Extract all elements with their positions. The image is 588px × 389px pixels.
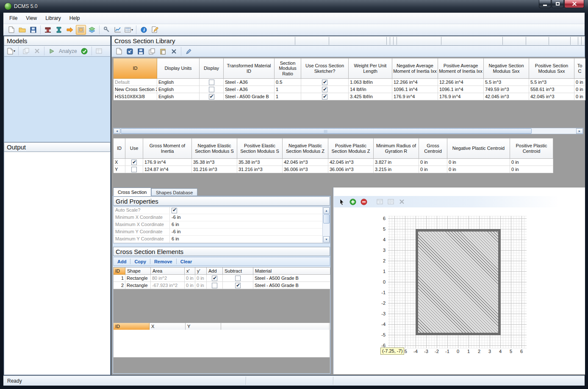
column-header-y[interactable]: Y [186, 323, 221, 330]
cell-torsional[interactable]: 0 in [574, 79, 585, 86]
cell-neg-inertia[interactable]: 176.9 in^4 [392, 93, 438, 100]
cell-weight[interactable]: 1.063 lbf/in [349, 79, 392, 86]
cell-neg-modulus[interactable]: 5.5 in^3 [484, 79, 529, 86]
column-header-pos-plastic-centroid[interactable]: Positive Plastic Centroid [510, 138, 553, 159]
analyze-button[interactable]: Analyze [59, 48, 77, 54]
cell-gross-inertia[interactable]: 124.87 in^4 [143, 166, 192, 173]
cell-neg-inertia[interactable]: 12.266 in^4 [392, 79, 438, 86]
cell-ratio[interactable]: 1 [275, 93, 301, 100]
scroll-right-button[interactable]: ► [576, 128, 583, 134]
tab-shapes-database[interactable]: Shapes Database [151, 188, 197, 196]
column-header-section-modulus-ratio[interactable]: Section Modulus Ratio [275, 58, 301, 79]
column-header-min-radius[interactable]: Minimum Radius of Gyration R [374, 138, 419, 159]
menu-library[interactable]: Library [41, 13, 65, 23]
property-row[interactable]: Maximum X Coordinate 6 in [114, 221, 330, 229]
column-header-pos-inertia[interactable]: Positive Average Moment of Inertia Ixx [438, 58, 484, 79]
column-header-gross-centroid[interactable]: Gross Centroid [419, 138, 447, 159]
cell-shape[interactable]: Rectangle [125, 282, 151, 289]
save-section-icon[interactable] [136, 47, 146, 56]
insert-column-icon[interactable] [374, 197, 385, 207]
cell-material[interactable]: Steel - A36 [224, 79, 275, 86]
cell-x[interactable]: 0 in [185, 275, 195, 282]
remove-point-icon[interactable] [359, 197, 369, 207]
cell-material[interactable]: Steel - A500 Grade B [224, 93, 275, 100]
cell-pos-plastic-centroid[interactable]: 0 in [510, 166, 553, 173]
cell-id[interactable]: X [114, 159, 125, 166]
cell-display[interactable] [200, 86, 224, 93]
column-header-y[interactable]: y' [195, 268, 207, 275]
report-edit-icon[interactable] [150, 25, 160, 35]
column-header-neg-inertia[interactable]: Negative Average Moment of Inertia Ixx [392, 58, 438, 79]
column-header-pos-modulus[interactable]: Positive Section Modulus Sxx [529, 58, 574, 79]
model-properties-icon[interactable] [94, 46, 104, 56]
scrollbar-thumb[interactable] [121, 128, 532, 134]
cell-weight[interactable]: 3.425 lbf/in [349, 93, 392, 100]
sketcher-checkbox[interactable] [322, 87, 327, 92]
scroll-up-button[interactable]: ▲ [323, 207, 330, 214]
cell-y[interactable]: 0 in [195, 275, 207, 282]
column-header-neg-plastic-centroid[interactable]: Negative Plastic Centroid [447, 138, 510, 159]
horizontal-scrollbar[interactable]: ◄ ► [113, 128, 583, 134]
cell-pos-modulus[interactable]: 5.5 in^3 [529, 79, 574, 86]
add-checkbox[interactable] [212, 283, 217, 288]
edit-section-icon[interactable] [183, 47, 194, 56]
scroll-left-button[interactable]: ◄ [114, 128, 120, 134]
delete-section-icon[interactable] [169, 47, 179, 56]
property-value[interactable]: -6 in [170, 214, 330, 221]
column-header-material[interactable]: Material [253, 268, 330, 275]
menu-view[interactable]: View [22, 13, 41, 23]
layers-icon[interactable] [87, 25, 97, 35]
cell-gross-centroid[interactable]: 0 in [419, 159, 447, 166]
cell-neg-inertia[interactable]: 1096.1 in^4 [392, 86, 438, 93]
cell-torsional[interactable]: 0 in [574, 93, 585, 100]
delete-point-icon[interactable] [397, 197, 407, 207]
property-row[interactable]: Minimum X Coordinate -6 in [114, 214, 330, 221]
element-row-1[interactable]: 1 Rectangle 80 in^2 0 in 0 in Steel - A5… [114, 275, 330, 282]
tab-cross-section[interactable]: Cross Section [113, 188, 151, 196]
column-header-add[interactable]: Add [207, 268, 223, 275]
cell-add[interactable] [207, 275, 223, 282]
column-header-weight[interactable]: Weight Per Unit Length [349, 58, 392, 79]
cell-pos-elastic[interactable]: 35.38 in^3 [237, 159, 283, 166]
title-bar[interactable]: DCMS 5.0 [0, 0, 588, 13]
minimize-button[interactable] [539, 0, 551, 8]
output-content-area[interactable] [4, 152, 111, 375]
cell-pos-modulus[interactable]: 558.61 in^3 [529, 86, 574, 93]
cell-id[interactable]: 2 [114, 282, 125, 289]
column-header-id[interactable]: ID [114, 138, 125, 159]
cell-neg-plastic-centroid[interactable]: 0 in [447, 166, 510, 173]
column-header-pos-plastic[interactable]: Positive Plastic Section Modulus Z [328, 138, 374, 159]
copy-model-icon[interactable] [21, 46, 31, 56]
cell-area[interactable]: -67.923 in^2 [151, 282, 185, 289]
column-header-pos-elastic[interactable]: Positive Elastic Section Modulus S [237, 138, 283, 159]
table-icon[interactable]: ▾ [124, 25, 134, 35]
column-header-neg-plastic[interactable]: Negative Plastic Section Modulus Z [283, 138, 328, 159]
cell-id[interactable]: New Cross Section 2 [114, 86, 157, 93]
cell-display[interactable] [200, 93, 224, 100]
property-value[interactable]: -6 in [170, 229, 330, 235]
tools-icon[interactable] [102, 25, 112, 35]
cell-id[interactable]: 1 [114, 275, 125, 282]
cell-area[interactable]: 80 in^2 [151, 275, 185, 282]
property-value[interactable]: 6 in [170, 236, 330, 243]
cell-material[interactable]: Steel - A500 Grade B [253, 275, 330, 282]
display-checkbox[interactable] [209, 80, 214, 85]
close-button[interactable] [564, 0, 584, 8]
cell-ratio[interactable]: 1 [275, 86, 301, 93]
new-model-icon[interactable]: ▾ [6, 46, 16, 56]
analyze-play-icon[interactable] [47, 46, 57, 56]
cell-neg-plastic[interactable]: 36.006 in^3 [283, 166, 328, 173]
chart-icon[interactable] [113, 25, 123, 35]
column-header-shape[interactable]: Shape [125, 268, 151, 275]
export-arrow-icon[interactable] [65, 25, 75, 35]
property-row[interactable]: Minimum Y Coordinate -6 in [114, 229, 330, 236]
cell-subtract[interactable] [223, 275, 253, 282]
cross-section-shape[interactable] [416, 229, 501, 335]
clear-elements-button[interactable]: Clear [177, 259, 196, 264]
cell-material[interactable]: Steel - A500 Grade B [253, 282, 330, 289]
library-row-default[interactable]: Default English Steel - A36 0.5 1.063 lb… [114, 79, 585, 86]
new-file-icon[interactable] [6, 25, 16, 35]
cell-pos-plastic-centroid[interactable]: 0 in [510, 159, 553, 166]
points-table-body[interactable] [113, 330, 330, 358]
column-header-gross-inertia[interactable]: Gross Moment of Inertia [143, 138, 192, 159]
